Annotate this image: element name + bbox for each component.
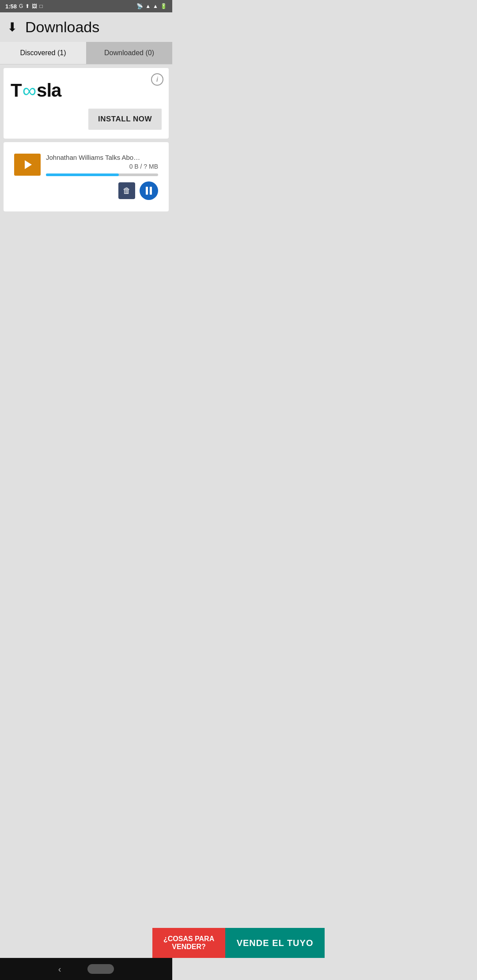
upload-icon: ⬆: [25, 3, 30, 9]
download-title: Johnathan Williams Talks About Playing…: [46, 154, 143, 161]
header: ⬇ Downloads: [0, 12, 172, 42]
cast-icon: 📡: [136, 3, 143, 9]
status-bar: 1:58 G ⬆ 🖼 □ 📡 ▲ ▲ 🔋: [0, 0, 172, 12]
status-right: 📡 ▲ ▲ 🔋: [136, 3, 167, 9]
video-thumbnail: [14, 154, 41, 176]
install-now-button[interactable]: INSTALL NOW: [88, 109, 162, 130]
progress-bar-fill: [46, 173, 119, 176]
progress-bar: [46, 173, 158, 176]
tab-downloaded[interactable]: Downloaded (0): [86, 42, 172, 64]
download-info: Johnathan Williams Talks About Playing… …: [46, 154, 158, 200]
google-icon: G: [19, 3, 23, 9]
download-actions: 🗑: [46, 181, 158, 200]
pause-bar-right: [150, 187, 152, 195]
square-icon: □: [39, 3, 42, 9]
status-time: 1:58: [5, 3, 17, 10]
wifi-icon: ▲: [145, 3, 151, 9]
pause-button[interactable]: [140, 181, 158, 200]
tab-discovered[interactable]: Discovered (1): [0, 42, 86, 64]
info-icon[interactable]: i: [151, 73, 163, 86]
delete-button[interactable]: 🗑: [118, 182, 135, 199]
status-left: 1:58 G ⬆ 🖼 □: [5, 3, 43, 10]
pause-bar-left: [146, 187, 148, 195]
logo-sla: sla: [37, 80, 61, 101]
battery-icon: 🔋: [160, 3, 167, 9]
tabs-bar: Discovered (1) Downloaded (0): [0, 42, 172, 64]
download-size: 0 B / ? MB: [46, 163, 158, 170]
toosla-logo: T∞sla: [11, 79, 162, 102]
ad-card: i T∞sla INSTALL NOW: [4, 68, 169, 139]
download-card: Johnathan Williams Talks About Playing… …: [4, 142, 169, 211]
logo-t: T: [11, 80, 22, 101]
logo-infinity: ∞: [23, 79, 36, 102]
photo-icon: 🖼: [32, 3, 37, 9]
pause-icon: [146, 187, 152, 195]
main-content-area: [0, 215, 172, 436]
signal-icon: ▲: [153, 3, 158, 9]
play-icon: [25, 160, 32, 169]
download-header-icon: ⬇: [7, 20, 17, 34]
trash-icon: 🗑: [123, 186, 131, 196]
page-title: Downloads: [25, 19, 99, 36]
